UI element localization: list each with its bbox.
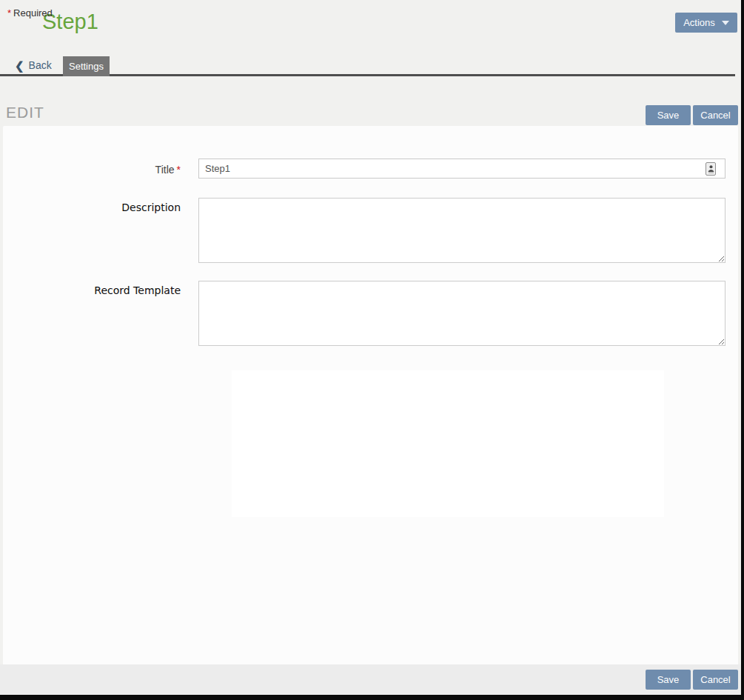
required-asterisk: * <box>7 7 11 19</box>
record-template-field-label: Record Template <box>3 284 181 296</box>
save-button-top[interactable]: Save <box>646 105 691 125</box>
tab-settings-label: Settings <box>69 61 104 72</box>
cancel-button-bottom[interactable]: Cancel <box>693 670 738 690</box>
tab-underline <box>0 74 735 76</box>
title-field-label: Title* <box>3 164 181 176</box>
title-input[interactable] <box>198 159 725 179</box>
record-template-textarea[interactable] <box>198 281 725 346</box>
required-note: *Required <box>7 7 53 19</box>
title-input-wrap <box>198 159 725 179</box>
description-textarea[interactable] <box>198 198 725 263</box>
required-asterisk: * <box>177 164 181 176</box>
window-right-edge <box>741 0 744 700</box>
actions-button-label: Actions <box>683 17 715 28</box>
footer-bar <box>0 664 741 695</box>
description-field-label: Description <box>3 201 181 213</box>
back-link-label: Back <box>29 59 52 71</box>
tab-settings[interactable]: Settings <box>63 56 110 76</box>
edit-form-panel: Title* Description Record Template <box>3 126 738 664</box>
save-button-bottom[interactable]: Save <box>646 670 691 690</box>
back-link[interactable]: ❮ Back <box>15 59 52 71</box>
chevron-down-icon <box>722 21 729 25</box>
actions-button[interactable]: Actions <box>675 13 737 33</box>
chevron-left-icon: ❮ <box>15 60 24 71</box>
window-bottom-edge <box>0 695 744 700</box>
empty-content-area <box>232 370 664 517</box>
step-settings-page: Step1 Actions ❮ Back Settings EDIT Save … <box>0 0 744 700</box>
edit-section-heading: EDIT <box>6 104 44 121</box>
autofill-contact-icon[interactable] <box>706 162 716 176</box>
cancel-button-top[interactable]: Cancel <box>693 105 738 125</box>
